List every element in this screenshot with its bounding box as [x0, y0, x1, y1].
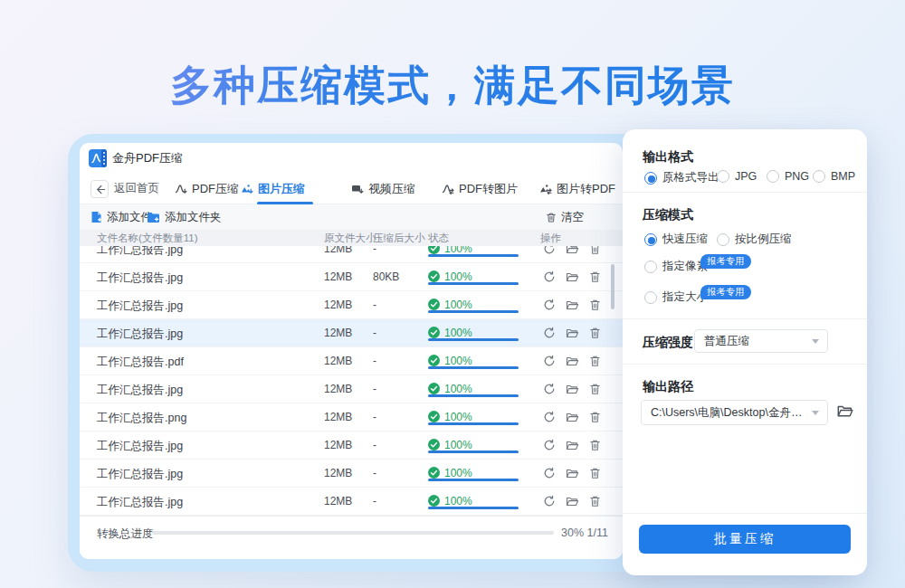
radio-label: 原格式导出	[662, 170, 719, 185]
tab-label: PDF压缩	[192, 181, 239, 197]
file-name: 工作汇总报告.jpg	[97, 383, 183, 398]
radio-png[interactable]: PNG	[767, 170, 809, 183]
row-actions	[543, 439, 601, 451]
original-size: 12MB	[324, 327, 352, 339]
radio-bmp[interactable]: BMP	[813, 170, 855, 183]
retry-icon[interactable]	[543, 411, 556, 423]
table-scrollbar[interactable]	[611, 264, 614, 309]
delete-icon[interactable]	[589, 270, 601, 283]
pdf-to-image-icon	[442, 183, 454, 195]
tab-image-to-pdf[interactable]: 图片转PDF	[539, 174, 615, 204]
open-folder-icon[interactable]	[566, 411, 579, 423]
pdf-compress-icon	[175, 183, 187, 195]
radio-fixed-size[interactable]: 指定大小	[644, 289, 708, 305]
tab-image-compress[interactable]: 图片压缩	[241, 174, 305, 204]
radio-fast-compress[interactable]: 快速压缩	[644, 232, 708, 247]
output-path-dropdown[interactable]: C:\Users\电脑\Desktop\金舟PDF...	[641, 400, 828, 425]
window-titlebar: 金舟PDF压缩	[80, 143, 623, 174]
exam-badge: 报考专用	[700, 285, 751, 299]
tab-label: 图片转PDF	[557, 181, 615, 197]
tab-video-compress[interactable]: 视频压缩	[351, 174, 415, 204]
radio-fixed-pixels[interactable]: 指定像素	[644, 259, 708, 274]
table-row[interactable]: 工作汇总报告.jpg 12MB - 100%	[80, 460, 623, 488]
strength-label: 压缩强度	[643, 335, 693, 351]
page-title: 多种压缩模式，满足不同场景	[0, 58, 905, 114]
table-row[interactable]: 工作汇总报告.jpg 12MB - 100%	[80, 319, 623, 347]
retry-icon[interactable]	[543, 299, 556, 311]
file-toolbar: 添加文件 添加文件夹 清空	[80, 204, 623, 230]
table-row[interactable]: 工作汇总报告.jpg 12MB - 100%	[80, 488, 623, 516]
open-folder-icon[interactable]	[566, 327, 579, 339]
video-compress-icon	[351, 183, 364, 195]
exam-badge: 报考专用	[700, 254, 751, 269]
chevron-down-icon	[812, 411, 819, 415]
retry-icon[interactable]	[543, 383, 556, 395]
retry-icon[interactable]	[543, 495, 556, 507]
radio-original-format[interactable]: 原格式导出	[644, 170, 719, 185]
file-name: 工作汇总报告.jpg	[97, 467, 183, 482]
delete-icon[interactable]	[589, 467, 601, 479]
tab-bar: 返回首页 PDF压缩 图片压缩 视频压缩 PDF转图片 图片转PDF	[80, 174, 623, 204]
retry-icon[interactable]	[543, 246, 556, 255]
delete-icon[interactable]	[589, 411, 601, 423]
add-file-button[interactable]: 添加文件	[90, 204, 152, 230]
strength-dropdown[interactable]: 普通压缩	[694, 329, 828, 353]
status-percent: 100%	[444, 270, 472, 283]
strength-value: 普通压缩	[704, 334, 749, 349]
compressed-size: 80KB	[373, 270, 399, 283]
row-progress-bar	[428, 366, 519, 369]
table-row[interactable]: 工作汇总报告.jpg 12MB - 100%	[80, 291, 623, 319]
back-button[interactable]	[90, 180, 109, 198]
total-progress-label: 转换总进度	[97, 526, 154, 542]
clear-label: 清空	[561, 210, 584, 225]
output-format-title: 输出格式	[643, 149, 693, 166]
retry-icon[interactable]	[543, 270, 556, 283]
open-folder-icon[interactable]	[566, 467, 579, 479]
table-row[interactable]: 工作汇总报告.jpg 12MB 80KB 100%	[80, 263, 623, 291]
table-row[interactable]: 工作汇总报告.jpg 12MB - 100%	[80, 246, 623, 263]
table-row[interactable]: 工作汇总报告.jpg 12MB - 100%	[80, 432, 623, 460]
open-folder-icon[interactable]	[566, 246, 579, 255]
table-row[interactable]: 工作汇总报告.pdf 12MB - 100%	[80, 347, 623, 375]
table-row[interactable]: 工作汇总报告.jpg 12MB - 100%	[80, 375, 623, 403]
radio-jpg[interactable]: JPG	[717, 170, 757, 183]
open-folder-icon[interactable]	[566, 439, 579, 451]
row-progress-bar	[428, 479, 519, 481]
delete-icon[interactable]	[589, 439, 601, 451]
open-folder-icon[interactable]	[566, 383, 579, 395]
retry-icon[interactable]	[543, 467, 556, 479]
batch-compress-button[interactable]: 批量压缩	[639, 525, 851, 554]
status-percent: 100%	[444, 411, 472, 423]
clear-button[interactable]: 清空	[546, 204, 584, 230]
success-check-icon	[428, 355, 440, 366]
radio-ratio-compress[interactable]: 按比例压缩	[717, 232, 792, 247]
delete-icon[interactable]	[589, 383, 601, 395]
delete-icon[interactable]	[589, 495, 601, 507]
row-progress-bar	[428, 282, 519, 285]
tab-pdf-to-image[interactable]: PDF转图片	[442, 174, 518, 204]
radio-label: JPG	[735, 170, 757, 183]
output-path-title: 输出路径	[643, 379, 693, 395]
image-to-pdf-icon	[539, 183, 552, 195]
success-check-icon	[428, 383, 440, 394]
tab-pdf-compress[interactable]: PDF压缩	[175, 174, 239, 204]
back-home-label[interactable]: 返回首页	[114, 174, 159, 204]
status-percent: 100%	[444, 439, 472, 451]
radio-label: 快速压缩	[662, 232, 708, 247]
table-row[interactable]: 工作汇总报告.png 12MB - 100%	[80, 403, 623, 432]
delete-icon[interactable]	[589, 246, 601, 255]
open-folder-icon[interactable]	[566, 270, 579, 283]
retry-icon[interactable]	[543, 355, 556, 367]
delete-icon[interactable]	[589, 299, 601, 311]
delete-icon[interactable]	[589, 355, 601, 367]
retry-icon[interactable]	[543, 439, 556, 451]
browse-folder-icon[interactable]	[836, 403, 854, 419]
retry-icon[interactable]	[543, 327, 556, 339]
compressed-size: -	[373, 439, 376, 451]
delete-icon[interactable]	[589, 327, 601, 339]
open-folder-icon[interactable]	[566, 355, 579, 367]
open-folder-icon[interactable]	[566, 495, 579, 507]
row-actions	[543, 383, 601, 395]
add-folder-button[interactable]: 添加文件夹	[147, 204, 222, 230]
open-folder-icon[interactable]	[566, 299, 579, 311]
